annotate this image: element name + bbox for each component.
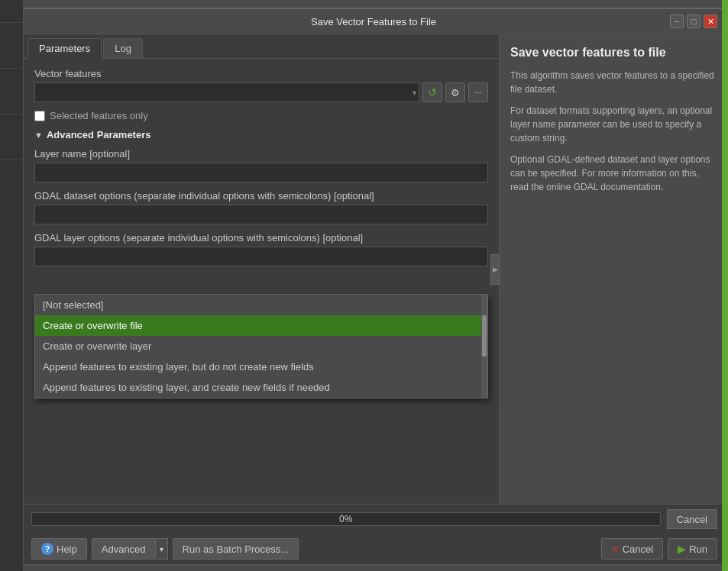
advanced-section-header[interactable]: ▼ Advanced Parameters xyxy=(34,129,488,140)
dialog-title: Save Vector Features to File xyxy=(77,16,670,27)
run-icon: ▶ xyxy=(678,543,686,555)
minimize-button[interactable]: − xyxy=(670,15,684,28)
advanced-section-label: Advanced Parameters xyxy=(47,129,151,140)
batch-process-button[interactable]: Run as Batch Process... xyxy=(173,538,299,560)
right-panel-title: Save vector features to file xyxy=(510,45,714,61)
close-button[interactable]: ✕ xyxy=(704,15,717,28)
action-bar: ? Help Advanced ▾ Run as Batch Process..… xyxy=(24,534,725,564)
panel-collapse-button[interactable]: ▶ xyxy=(490,254,500,285)
browse-button[interactable]: ··· xyxy=(468,82,488,102)
maximize-button[interactable]: □ xyxy=(687,15,700,28)
tabs-bar: Parameters Log xyxy=(24,34,499,59)
window-controls: − □ ✕ xyxy=(670,15,717,28)
dropdown-item-create-overwrite-file[interactable]: Create or overwrite file xyxy=(35,315,487,336)
left-edge-panel xyxy=(0,0,23,571)
advanced-label: Advanced xyxy=(102,544,146,555)
bottom-bar: 0% Cancel ? Help Advanced ▾ Run a xyxy=(24,504,725,564)
dropdown-scrollbar xyxy=(481,295,487,398)
action-dropdown-list: [Not selected] Create or overwrite file … xyxy=(34,294,488,398)
advanced-button[interactable]: Advanced xyxy=(92,538,156,560)
refresh-button[interactable]: ↺ xyxy=(422,82,442,102)
dropdown-scrollbar-thumb xyxy=(482,315,487,356)
gdal-layer-group: GDAL layer options (separate individual … xyxy=(34,232,488,266)
cancel-progress-button[interactable]: Cancel xyxy=(667,509,717,529)
gdal-layer-label: GDAL layer options (separate individual … xyxy=(34,232,488,244)
right-panel-text-2: For dataset formats supporting layers, a… xyxy=(510,104,714,145)
cancel-label: Cancel xyxy=(623,544,653,555)
run-button[interactable]: ▶ Run xyxy=(668,538,717,560)
advanced-dropdown-arrow[interactable]: ▾ xyxy=(156,538,168,560)
help-icon: ? xyxy=(41,543,53,555)
collapse-icon: ▶ xyxy=(493,266,498,273)
right-panel-text-3: Optional GDAL-defined dataset and layer … xyxy=(510,153,714,194)
vector-features-row: ▾ ↺ ⚙ ··· xyxy=(34,82,488,102)
progress-bar: 0% xyxy=(31,512,661,526)
layer-name-input[interactable] xyxy=(34,163,488,182)
settings-button[interactable]: ⚙ xyxy=(445,82,465,102)
progress-row: 0% Cancel xyxy=(24,505,725,534)
gdal-dataset-input[interactable] xyxy=(34,205,488,224)
selected-features-checkbox[interactable] xyxy=(34,111,45,121)
vector-features-label: Vector features xyxy=(34,68,488,79)
dropdown-item-create-overwrite-layer[interactable]: Create or overwrite layer xyxy=(35,336,487,356)
gdal-dataset-group: GDAL dataset options (separate individua… xyxy=(34,190,488,224)
cancel-button[interactable]: ✕ Cancel xyxy=(601,538,663,560)
selected-features-label: Selected features only xyxy=(50,110,148,121)
advanced-arrow-icon: ▾ xyxy=(160,545,163,553)
title-bar: Save Vector Features to File − □ ✕ xyxy=(24,9,725,34)
dropdown-item-not-selected[interactable]: [Not selected] xyxy=(35,295,487,315)
green-accent-bar xyxy=(722,0,728,571)
layer-name-group: Layer name [optional] xyxy=(34,148,488,182)
help-label: Help xyxy=(57,544,77,555)
vector-features-combo-wrapper: ▾ xyxy=(34,82,419,102)
form-area: Vector features ▾ ↺ ⚙ xyxy=(24,59,499,504)
gdal-layer-input[interactable] xyxy=(34,247,488,266)
layer-name-label: Layer name [optional] xyxy=(34,148,488,160)
right-panel-text-1: This algorithm saves vector features to … xyxy=(510,69,714,96)
gdal-dataset-label: GDAL dataset options (separate individua… xyxy=(34,190,488,202)
refresh-icon: ↺ xyxy=(428,86,437,98)
wrench-icon: ⚙ xyxy=(451,87,460,98)
dots-icon: ··· xyxy=(474,88,481,97)
main-dialog: Save Vector Features to File − □ ✕ Param… xyxy=(23,8,726,565)
selected-features-row: Selected features only xyxy=(34,110,488,121)
vector-features-select[interactable] xyxy=(34,82,419,102)
help-button[interactable]: ? Help xyxy=(31,538,87,560)
section-collapse-icon: ▼ xyxy=(34,131,43,140)
cancel-icon: ✕ xyxy=(611,544,620,555)
dropdown-item-append-new-fields[interactable]: Append features to existing layer, and c… xyxy=(35,377,487,398)
progress-label: 0% xyxy=(339,514,352,524)
dropdown-item-append-no-new-fields[interactable]: Append features to existing layer, but d… xyxy=(35,356,487,377)
tab-parameters[interactable]: Parameters xyxy=(28,38,102,59)
vector-features-group: Vector features ▾ ↺ ⚙ xyxy=(34,68,488,102)
tab-log[interactable]: Log xyxy=(103,38,143,58)
batch-label: Run as Batch Process... xyxy=(183,544,289,555)
right-panel: Save vector features to file This algori… xyxy=(500,34,725,504)
run-label: Run xyxy=(689,544,707,555)
left-panel: Parameters Log Vector features ▾ xyxy=(24,34,500,504)
advanced-button-group: Advanced ▾ xyxy=(92,538,168,560)
